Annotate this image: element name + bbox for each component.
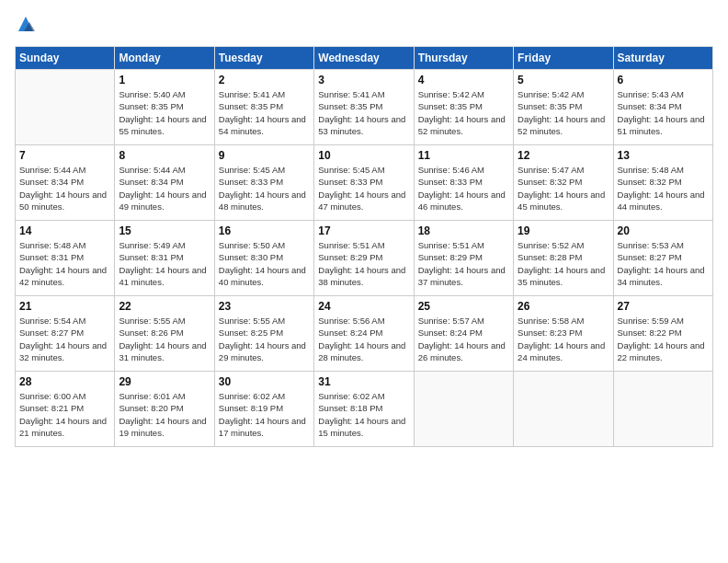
day-info: Sunrise: 5:51 AM Sunset: 8:29 PM Dayligh… bbox=[418, 239, 509, 288]
day-number: 30 bbox=[219, 375, 310, 388]
calendar-cell: 13Sunrise: 5:48 AM Sunset: 8:32 PM Dayli… bbox=[613, 145, 712, 221]
calendar-cell: 28Sunrise: 6:00 AM Sunset: 8:21 PM Dayli… bbox=[16, 372, 115, 447]
day-info: Sunrise: 5:48 AM Sunset: 8:31 PM Dayligh… bbox=[19, 239, 110, 288]
logo-icon bbox=[15, 15, 37, 37]
day-number: 10 bbox=[318, 149, 409, 162]
day-info: Sunrise: 5:57 AM Sunset: 8:24 PM Dayligh… bbox=[418, 315, 509, 363]
calendar-cell bbox=[514, 372, 613, 447]
day-number: 26 bbox=[518, 300, 609, 313]
calendar-cell: 26Sunrise: 5:58 AM Sunset: 8:23 PM Dayli… bbox=[514, 296, 613, 372]
day-info: Sunrise: 5:41 AM Sunset: 8:35 PM Dayligh… bbox=[219, 88, 310, 137]
day-info: Sunrise: 6:00 AM Sunset: 8:21 PM Dayligh… bbox=[19, 390, 110, 439]
day-number: 24 bbox=[318, 300, 409, 313]
day-info: Sunrise: 5:42 AM Sunset: 8:35 PM Dayligh… bbox=[518, 88, 609, 137]
calendar-week-row: 7Sunrise: 5:44 AM Sunset: 8:34 PM Daylig… bbox=[16, 145, 713, 221]
day-number: 29 bbox=[119, 375, 210, 388]
day-info: Sunrise: 5:58 AM Sunset: 8:23 PM Dayligh… bbox=[518, 315, 609, 363]
day-number: 5 bbox=[518, 74, 609, 86]
calendar-week-row: 1Sunrise: 5:40 AM Sunset: 8:35 PM Daylig… bbox=[16, 70, 713, 145]
day-number: 23 bbox=[219, 300, 310, 313]
day-info: Sunrise: 5:45 AM Sunset: 8:33 PM Dayligh… bbox=[318, 164, 409, 213]
day-info: Sunrise: 5:40 AM Sunset: 8:35 PM Dayligh… bbox=[119, 88, 210, 137]
calendar-cell: 20Sunrise: 5:53 AM Sunset: 8:27 PM Dayli… bbox=[613, 221, 712, 296]
day-number: 27 bbox=[618, 300, 709, 313]
calendar-cell: 9Sunrise: 5:45 AM Sunset: 8:33 PM Daylig… bbox=[214, 145, 313, 221]
day-info: Sunrise: 5:59 AM Sunset: 8:22 PM Dayligh… bbox=[618, 315, 709, 363]
day-info: Sunrise: 5:50 AM Sunset: 8:30 PM Dayligh… bbox=[219, 239, 310, 288]
calendar-cell: 11Sunrise: 5:46 AM Sunset: 8:33 PM Dayli… bbox=[414, 145, 513, 221]
calendar-header-sunday: Sunday bbox=[16, 47, 115, 70]
calendar-cell: 25Sunrise: 5:57 AM Sunset: 8:24 PM Dayli… bbox=[414, 296, 513, 372]
calendar-cell: 7Sunrise: 5:44 AM Sunset: 8:34 PM Daylig… bbox=[16, 145, 115, 221]
calendar-cell bbox=[414, 372, 513, 447]
calendar-cell: 3Sunrise: 5:41 AM Sunset: 8:35 PM Daylig… bbox=[314, 70, 414, 145]
logo bbox=[15, 15, 39, 37]
day-info: Sunrise: 5:44 AM Sunset: 8:34 PM Dayligh… bbox=[119, 164, 210, 213]
calendar-header-row: SundayMondayTuesdayWednesdayThursdayFrid… bbox=[16, 47, 713, 70]
day-number: 4 bbox=[418, 74, 509, 86]
calendar-cell: 22Sunrise: 5:55 AM Sunset: 8:26 PM Dayli… bbox=[115, 296, 214, 372]
day-number: 18 bbox=[418, 224, 509, 237]
day-number: 15 bbox=[119, 224, 210, 237]
day-info: Sunrise: 5:49 AM Sunset: 8:31 PM Dayligh… bbox=[119, 239, 210, 288]
day-info: Sunrise: 6:02 AM Sunset: 8:19 PM Dayligh… bbox=[219, 390, 310, 439]
day-number: 16 bbox=[219, 224, 310, 237]
calendar-header-wednesday: Wednesday bbox=[314, 47, 414, 70]
calendar-header-saturday: Saturday bbox=[613, 47, 712, 70]
page: SundayMondayTuesdayWednesdayThursdayFrid… bbox=[0, 0, 728, 563]
day-info: Sunrise: 5:52 AM Sunset: 8:28 PM Dayligh… bbox=[518, 239, 609, 288]
calendar-header-friday: Friday bbox=[514, 47, 613, 70]
day-number: 3 bbox=[318, 74, 409, 86]
day-number: 12 bbox=[518, 149, 609, 162]
calendar-cell: 12Sunrise: 5:47 AM Sunset: 8:32 PM Dayli… bbox=[514, 145, 613, 221]
day-number: 31 bbox=[318, 375, 409, 388]
calendar-cell: 8Sunrise: 5:44 AM Sunset: 8:34 PM Daylig… bbox=[115, 145, 214, 221]
day-number: 28 bbox=[19, 375, 110, 388]
day-info: Sunrise: 5:43 AM Sunset: 8:34 PM Dayligh… bbox=[618, 88, 709, 137]
day-number: 25 bbox=[418, 300, 509, 313]
calendar-header-tuesday: Tuesday bbox=[214, 47, 313, 70]
calendar-header-monday: Monday bbox=[115, 47, 214, 70]
day-info: Sunrise: 5:47 AM Sunset: 8:32 PM Dayligh… bbox=[518, 164, 609, 213]
calendar-cell: 10Sunrise: 5:45 AM Sunset: 8:33 PM Dayli… bbox=[314, 145, 414, 221]
day-info: Sunrise: 5:42 AM Sunset: 8:35 PM Dayligh… bbox=[418, 88, 509, 137]
day-info: Sunrise: 5:56 AM Sunset: 8:24 PM Dayligh… bbox=[318, 315, 409, 363]
calendar-cell: 15Sunrise: 5:49 AM Sunset: 8:31 PM Dayli… bbox=[115, 221, 214, 296]
day-info: Sunrise: 5:48 AM Sunset: 8:32 PM Dayligh… bbox=[618, 164, 709, 213]
day-info: Sunrise: 6:02 AM Sunset: 8:18 PM Dayligh… bbox=[318, 390, 409, 439]
calendar-cell: 1Sunrise: 5:40 AM Sunset: 8:35 PM Daylig… bbox=[115, 70, 214, 145]
calendar-cell: 17Sunrise: 5:51 AM Sunset: 8:29 PM Dayli… bbox=[314, 221, 414, 296]
calendar-week-row: 14Sunrise: 5:48 AM Sunset: 8:31 PM Dayli… bbox=[16, 221, 713, 296]
calendar-cell: 24Sunrise: 5:56 AM Sunset: 8:24 PM Dayli… bbox=[314, 296, 414, 372]
calendar-cell: 2Sunrise: 5:41 AM Sunset: 8:35 PM Daylig… bbox=[214, 70, 313, 145]
calendar-week-row: 28Sunrise: 6:00 AM Sunset: 8:21 PM Dayli… bbox=[16, 372, 713, 447]
day-number: 17 bbox=[318, 224, 409, 237]
day-number: 9 bbox=[219, 149, 310, 162]
day-info: Sunrise: 5:54 AM Sunset: 8:27 PM Dayligh… bbox=[19, 315, 110, 363]
day-number: 19 bbox=[518, 224, 609, 237]
calendar-cell: 6Sunrise: 5:43 AM Sunset: 8:34 PM Daylig… bbox=[613, 70, 712, 145]
calendar-cell: 29Sunrise: 6:01 AM Sunset: 8:20 PM Dayli… bbox=[115, 372, 214, 447]
day-number: 1 bbox=[119, 74, 210, 86]
calendar-cell: 18Sunrise: 5:51 AM Sunset: 8:29 PM Dayli… bbox=[414, 221, 513, 296]
calendar-cell: 19Sunrise: 5:52 AM Sunset: 8:28 PM Dayli… bbox=[514, 221, 613, 296]
calendar-cell: 16Sunrise: 5:50 AM Sunset: 8:30 PM Dayli… bbox=[214, 221, 313, 296]
day-info: Sunrise: 5:55 AM Sunset: 8:25 PM Dayligh… bbox=[219, 315, 310, 363]
day-number: 11 bbox=[418, 149, 509, 162]
day-info: Sunrise: 5:53 AM Sunset: 8:27 PM Dayligh… bbox=[618, 239, 709, 288]
day-number: 7 bbox=[19, 149, 110, 162]
calendar-cell bbox=[16, 70, 115, 145]
header bbox=[15, 15, 713, 37]
calendar-cell: 23Sunrise: 5:55 AM Sunset: 8:25 PM Dayli… bbox=[214, 296, 313, 372]
calendar-header-thursday: Thursday bbox=[414, 47, 513, 70]
day-number: 21 bbox=[19, 300, 110, 313]
day-info: Sunrise: 5:51 AM Sunset: 8:29 PM Dayligh… bbox=[318, 239, 409, 288]
calendar-cell bbox=[613, 372, 712, 447]
day-number: 20 bbox=[618, 224, 709, 237]
day-number: 8 bbox=[119, 149, 210, 162]
calendar-cell: 30Sunrise: 6:02 AM Sunset: 8:19 PM Dayli… bbox=[214, 372, 313, 447]
day-info: Sunrise: 5:44 AM Sunset: 8:34 PM Dayligh… bbox=[19, 164, 110, 213]
day-number: 22 bbox=[119, 300, 210, 313]
calendar: SundayMondayTuesdayWednesdayThursdayFrid… bbox=[15, 46, 713, 447]
day-number: 13 bbox=[618, 149, 709, 162]
